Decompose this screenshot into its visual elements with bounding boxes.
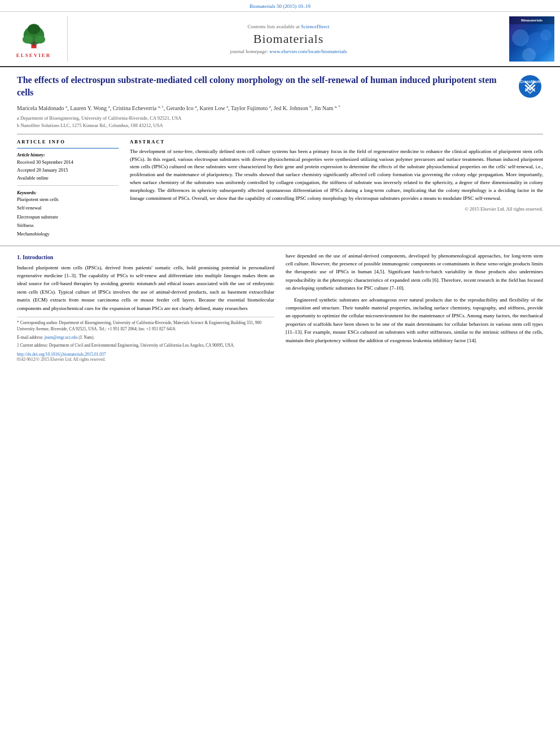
body-content: 1. Introduction Induced pluripotent stem… — [0, 246, 560, 373]
affiliation-b: b Nanofiber Solutions LLC, 1275 Kinnear … — [17, 122, 543, 129]
footnote-corresponding: * Corresponding author. Department of Bi… — [17, 320, 274, 333]
svg-point-9 — [540, 29, 552, 41]
email-label: E-mail address: — [17, 335, 45, 340]
affiliation-a: a Department of Bioengineering, Universi… — [17, 115, 543, 122]
journal-header: ELSEVIER Contents lists available at Sci… — [0, 12, 560, 67]
section1-text-right: have depended on the use of animal-deriv… — [286, 252, 543, 344]
page-container: Biomaterials 50 (2015) 10–19 ELSEVIER Co… — [0, 0, 560, 373]
history-label: Article history: — [17, 152, 119, 159]
svg-point-2 — [22, 36, 32, 44]
article-info-box: Article history: Received 30 September 2… — [17, 148, 119, 186]
svg-point-3 — [34, 36, 45, 44]
journal-homepage-link[interactable]: www.elsevier.com/locate/biomaterials — [269, 49, 347, 54]
keywords-section: Keywords: Pluripotent stem cells Self-re… — [17, 190, 119, 238]
abstract-heading: ABSTRACT — [130, 139, 543, 145]
cover-title: Biomaterials — [509, 16, 554, 24]
science-direct-anchor[interactable]: ScienceDirect — [301, 24, 329, 29]
intro-para-3: Engineered synthetic substrates are adva… — [286, 296, 543, 344]
intro-para-2: have depended on the use of animal-deriv… — [286, 252, 543, 292]
journal-cover-image: Biomaterials — [509, 16, 554, 62]
footnote-current-address: 1 Current address: Department of Civil a… — [17, 342, 274, 348]
science-direct-link: Contents lists available at ScienceDirec… — [248, 24, 330, 29]
sd-prefix: Contents lists available at — [248, 24, 301, 29]
body-columns: 1. Introduction Induced pluripotent stem… — [17, 252, 543, 362]
elsevier-wordmark: ELSEVIER — [16, 53, 51, 58]
affiliations: a Department of Bioengineering, Universi… — [17, 115, 543, 129]
section1-title: 1. Introduction — [17, 254, 274, 260]
abstract-column: ABSTRACT The development of xeno-free, c… — [130, 139, 543, 239]
email-link[interactable]: jnam@engr.ucr.edu — [45, 335, 78, 340]
accepted-date: Accepted 20 January 2015 — [17, 167, 119, 174]
svg-point-8 — [522, 48, 536, 62]
section1-text-left: Induced pluripotent stem cells (IPSCs), … — [17, 264, 274, 312]
copyright-notice: © 2015 Elsevier Ltd. All rights reserved… — [130, 206, 543, 212]
svg-text:CrossMark: CrossMark — [520, 80, 540, 84]
doi-link[interactable]: http://dx.doi.org/10.1016/j.biomaterials… — [17, 352, 106, 357]
authors-line: Maricela Maldonado a, Lauren Y. Wong a, … — [17, 104, 543, 112]
journal-title: Biomaterials — [253, 32, 323, 46]
keywords-label: Keywords: — [17, 190, 119, 195]
body-left-column: 1. Introduction Induced pluripotent stem… — [17, 252, 274, 362]
journal-citation: Biomaterials 50 (2015) 10–19 — [0, 0, 560, 12]
available-online: Available online — [17, 174, 119, 182]
article-title: The effects of electrospun substrate-med… — [17, 74, 543, 99]
cover-pattern — [509, 27, 554, 62]
article-info-heading: ARTICLE INFO — [17, 139, 119, 145]
footnote-section: * Corresponding author. Department of Bi… — [17, 317, 274, 348]
doi-line: http://dx.doi.org/10.1016/j.biomaterials… — [17, 352, 274, 357]
abstract-text: The development of xeno-free, chemically… — [130, 148, 543, 203]
separator — [17, 134, 543, 134]
keyword-4: Stiffness — [17, 221, 119, 230]
info-abstract-columns: ARTICLE INFO Article history: Received 3… — [17, 139, 543, 239]
article-info-column: ARTICLE INFO Article history: Received 3… — [17, 139, 119, 239]
keyword-2: Self-renewal — [17, 204, 119, 212]
keyword-5: Mechanobiology — [17, 230, 119, 238]
footnote-email: E-mail address: jnam@engr.ucr.edu (J. Na… — [17, 334, 274, 340]
homepage-prefix: journal homepage: — [230, 49, 269, 54]
article-content: The effects of electrospun substrate-med… — [0, 67, 560, 239]
email-person: (J. Nam). — [78, 335, 94, 340]
crossmark-badge: CrossMark — [518, 74, 543, 99]
issn-line: 0142-9612/© 2015 Elsevier Ltd. All right… — [17, 357, 274, 362]
elsevier-logo: ELSEVIER — [6, 16, 68, 62]
keyword-1: Pluripotent stem cells — [17, 195, 119, 204]
title-text: The effects of electrospun substrate-med… — [17, 75, 497, 97]
svg-point-4 — [28, 24, 40, 34]
journal-center: Contents lists available at ScienceDirec… — [73, 16, 504, 62]
intro-para-1: Induced pluripotent stem cells (IPSCs), … — [17, 264, 274, 312]
elsevier-tree-icon — [11, 20, 56, 51]
received-date: Received 30 September 2014 — [17, 159, 119, 167]
abstract-body: The development of xeno-free, chemically… — [130, 148, 543, 202]
body-right-column: have depended on the use of animal-deriv… — [286, 252, 543, 362]
svg-rect-5 — [33, 42, 35, 46]
journal-homepage: journal homepage: www.elsevier.com/locat… — [230, 49, 347, 54]
keyword-3: Electrospun substrate — [17, 213, 119, 221]
citation-text: Biomaterials 50 (2015) 10–19 — [250, 3, 310, 9]
